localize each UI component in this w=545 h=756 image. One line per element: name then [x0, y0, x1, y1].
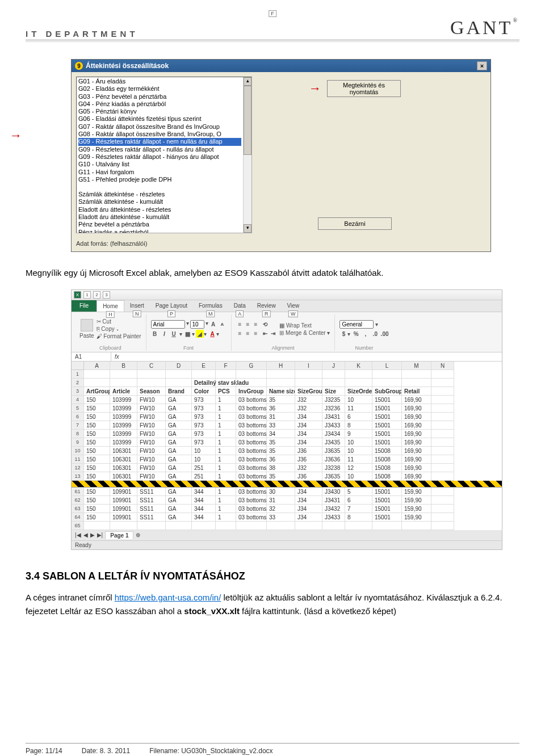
- dialog-footer: Adat forrás: (felhasználói): [72, 238, 491, 251]
- sheet-nav-prev-icon[interactable]: ◀: [83, 532, 88, 538]
- list-item[interactable]: G01 - Áru eladás: [78, 78, 241, 85]
- comma-icon[interactable]: ,: [362, 330, 370, 338]
- arrow-icon: →: [309, 81, 321, 96]
- list-item[interactable]: G09 - Részletes raktár állapot - nem nul…: [78, 138, 241, 145]
- merge-center-button[interactable]: ⊞ Merge & Center ▾: [279, 330, 330, 336]
- fx-button[interactable]: fx: [111, 352, 123, 361]
- dialog-titlebar: 9 Áttekintési összeállítások ×: [72, 60, 491, 72]
- qat-1[interactable]: 1: [83, 291, 91, 299]
- list-item[interactable]: G09 - Részletes raktár állapot - hiányos…: [78, 153, 241, 161]
- close-button[interactable]: Bezárni: [318, 217, 392, 230]
- scrollbar[interactable]: ▴ ▾: [243, 77, 251, 233]
- list-item[interactable]: G06 - Eladási áttekintés fizetési típus …: [78, 115, 241, 123]
- scroll-up-icon[interactable]: ▴: [244, 77, 251, 86]
- quick-access-toolbar: X 1 2 3: [72, 290, 502, 300]
- ribbon-tab-home[interactable]: HomeH: [97, 300, 124, 312]
- list-item[interactable]: G07 - Raktár állapot összesítve Brand és…: [78, 123, 241, 131]
- cut-button[interactable]: ✂ Cut: [97, 318, 111, 325]
- keytip: H: [106, 311, 115, 318]
- sheet-nav-next-icon[interactable]: ▶: [90, 532, 95, 538]
- grow-font-icon[interactable]: A: [209, 320, 217, 328]
- overview-dialog: 9 Áttekintési összeállítások × G01 - Áru…: [71, 59, 491, 252]
- section-heading: 3.4 SABLON A LELTÁR ÍV NYOMTATÁSÁHOZ: [26, 570, 519, 582]
- border-icon[interactable]: ▦: [184, 330, 192, 338]
- list-item[interactable]: G51 - Přehled prodeje podle DPH: [78, 176, 241, 183]
- indent-inc-icon[interactable]: ⇥: [269, 330, 277, 338]
- report-listbox[interactable]: G01 - Áru eladásG02 - Eladás egy termékk…: [76, 77, 252, 233]
- currency-icon[interactable]: $: [339, 330, 347, 338]
- name-box[interactable]: A1: [72, 352, 111, 361]
- list-item[interactable]: G09 - Részletes raktár állapot - nullás …: [78, 146, 241, 153]
- ribbon-tab-formulas[interactable]: FormulasM: [193, 300, 228, 312]
- alignment-label: Alignment: [236, 345, 330, 351]
- ribbon-tab-file[interactable]: FileF: [72, 300, 97, 312]
- font-size-input[interactable]: [190, 320, 204, 329]
- indent-dec-icon[interactable]: ⇤: [261, 330, 269, 338]
- list-item[interactable]: G04 - Pénz kiadás a pénztárból: [78, 100, 241, 108]
- ribbon-tabs: FileFHomeHInsertNPage LayoutPFormulasMDa…: [72, 300, 502, 312]
- inc-decimal-icon[interactable]: .0: [371, 330, 379, 338]
- clipboard-group: Paste ✂ Cut ⎘ Copy ▾ 🖌 Format Painter Cl…: [75, 314, 146, 351]
- align-right-icon[interactable]: ≡: [252, 330, 260, 338]
- align-bot-icon[interactable]: ≡: [252, 321, 260, 329]
- ribbon-tab-data[interactable]: DataA: [228, 300, 251, 312]
- paste-button[interactable]: Paste: [79, 333, 94, 339]
- copy-button[interactable]: ⎘ Copy ▾: [97, 326, 120, 332]
- alignment-group: ≡≡≡ ⟲ ≡≡≡ ⇤⇥ ▦ Wrap Text ⊞ Merge & Cente…: [232, 314, 336, 351]
- list-item[interactable]: Pénz bevétel a pénztárba: [78, 221, 241, 228]
- dec-decimal-icon[interactable]: .00: [381, 330, 389, 338]
- list-item[interactable]: G03 - Pénz bevétel a pénztárba: [78, 93, 241, 100]
- dialog-body: G01 - Áru eladásG02 - Eladás egy termékk…: [72, 72, 491, 238]
- list-item[interactable]: G11 - Havi forgalom: [78, 169, 241, 176]
- list-item[interactable]: G08 - Raktár állapot összesítve Brand, I…: [78, 131, 241, 138]
- sheet-nav-first-icon[interactable]: |◀: [75, 532, 81, 538]
- ribbon-tab-page-layout[interactable]: Page LayoutP: [150, 300, 193, 312]
- scroll-thumb[interactable]: [244, 86, 251, 155]
- align-mid-icon[interactable]: ≡: [244, 321, 252, 329]
- page-header: IT DEPARTMENT GANT®: [26, 17, 519, 40]
- underline-button[interactable]: U: [170, 330, 178, 338]
- bold-button[interactable]: B: [151, 330, 159, 338]
- ribbon-tab-insert[interactable]: InsertN: [124, 300, 150, 312]
- list-item[interactable]: Pénz kiadás a pénztárból: [78, 229, 241, 233]
- paste-icon[interactable]: [81, 319, 93, 331]
- arrow-icon: →: [10, 128, 22, 143]
- align-top-icon[interactable]: ≡: [236, 321, 244, 329]
- ribbon-tab-review[interactable]: ReviewR: [251, 300, 282, 312]
- percent-icon[interactable]: %: [352, 330, 360, 338]
- sheet-nav-last-icon[interactable]: ▶|: [97, 532, 103, 538]
- font-group: ▾ ▾ A A B I U ▾ ▦▾ ◢▾ A▾ Font: [146, 314, 232, 351]
- sheet-tab[interactable]: Page 1: [105, 531, 133, 539]
- spreadsheet-grid[interactable]: ABCDEFGHIJKLMN12Detailný stav skladu3Art…: [72, 362, 502, 530]
- font-name-input[interactable]: [151, 320, 185, 329]
- print-preview-button[interactable]: Megtekintés és nyomtatás: [327, 80, 401, 97]
- list-item[interactable]: Eladott áru áttekintése - kumulált: [78, 213, 241, 221]
- fill-color-icon[interactable]: ◢: [196, 330, 204, 338]
- close-icon[interactable]: ×: [477, 61, 487, 70]
- list-item[interactable]: G02 - Eladás egy termékként: [78, 85, 241, 93]
- list-item[interactable]: G05 - Pénztári könyv: [78, 108, 241, 115]
- scroll-down-icon[interactable]: ▾: [244, 224, 251, 233]
- ribbon: Paste ✂ Cut ⎘ Copy ▾ 🖌 Format Painter Cl…: [72, 312, 502, 352]
- shrink-font-icon[interactable]: A: [219, 320, 227, 328]
- ribbon-tab-view[interactable]: ViewW: [282, 300, 305, 312]
- list-item[interactable]: Számlák áttekintése - részletes: [78, 191, 241, 198]
- format-painter-button[interactable]: 🖌 Format Painter: [97, 333, 141, 339]
- number-format-select[interactable]: [339, 320, 374, 329]
- orientation-icon[interactable]: ⟲: [261, 321, 269, 329]
- wrap-text-button[interactable]: ▦ Wrap Text: [279, 322, 311, 329]
- list-item[interactable]: G10 - Utalvány list: [78, 161, 241, 168]
- qat-2[interactable]: 2: [93, 291, 100, 299]
- intranet-link[interactable]: https://web.gant-usa.com/in/: [115, 593, 221, 602]
- align-left-icon[interactable]: ≡: [236, 330, 244, 338]
- italic-button[interactable]: I: [160, 330, 168, 338]
- font-color-icon[interactable]: A: [208, 330, 216, 338]
- qat-3[interactable]: 3: [103, 291, 110, 299]
- keytip: P: [167, 310, 175, 317]
- align-center-icon[interactable]: ≡: [244, 330, 252, 338]
- page-footer: Page: 11/14 Date: 8. 3. 2011 Filename: U…: [26, 743, 519, 755]
- list-item[interactable]: Eladott áru áttekintése - részletes: [78, 206, 241, 213]
- new-sheet-icon[interactable]: ⊕: [136, 532, 140, 538]
- list-item[interactable]: Számlák áttekintése - kumulált: [78, 198, 241, 205]
- excel-window: X 1 2 3 FileFHomeHInsertNPage LayoutPFor…: [71, 289, 502, 550]
